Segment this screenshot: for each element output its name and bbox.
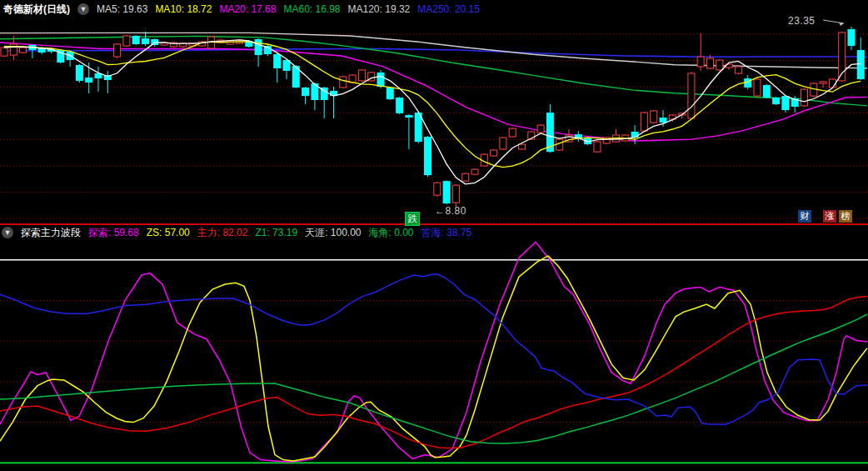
high-price-annotation: 23.35 [788, 15, 816, 27]
ma250-label: MA250: 20.15 [417, 3, 480, 15]
kuhai-value: 苦海: 38.75 [422, 226, 472, 240]
trading-app-window: 奇德新材(日线) ▼ MA5: 19.63 MA10: 18.72 MA20: … [0, 0, 868, 471]
fall-badge: 跌 [405, 212, 420, 226]
low-price-annotation: ←8.80 [435, 205, 466, 217]
indicator-name: 探索主力波段 [21, 226, 81, 240]
chevron-down-icon[interactable]: ▼ [2, 227, 13, 238]
zhuli-value: 主力: 82.02 [197, 226, 248, 240]
tianya-value: 天涯: 100.00 [305, 226, 361, 240]
finance-badge[interactable]: 财 [798, 210, 811, 223]
ma20-label: MA20: 17.68 [219, 3, 276, 15]
rank-badge[interactable]: 榜 [839, 210, 852, 223]
ma10-label: MA10: 18.72 [155, 3, 212, 15]
indicator-header-bar: ▼ 探索主力波段 探索: 59.68 ZS: 57.00 主力: 82.02 Z… [2, 226, 471, 239]
rise-badge[interactable]: 涨 [823, 210, 836, 223]
zs-value: ZS: 57.00 [147, 227, 190, 238]
z1-value: Z1: 73.19 [255, 227, 297, 238]
haijiao-value: 海角: 0.00 [369, 226, 414, 240]
ma60-label: MA60: 16.98 [283, 3, 340, 15]
stock-title: 奇德新材(日线) [3, 3, 70, 17]
ma120-label: MA120: 19.32 [348, 3, 411, 15]
top-header-bar: 奇德新材(日线) ▼ MA5: 19.63 MA10: 18.72 MA20: … [3, 2, 480, 17]
chevron-down-icon[interactable]: ▼ [77, 3, 89, 15]
ma5-label: MA5: 19.63 [97, 3, 147, 15]
tansuo-value: 探索: 59.68 [88, 226, 139, 240]
